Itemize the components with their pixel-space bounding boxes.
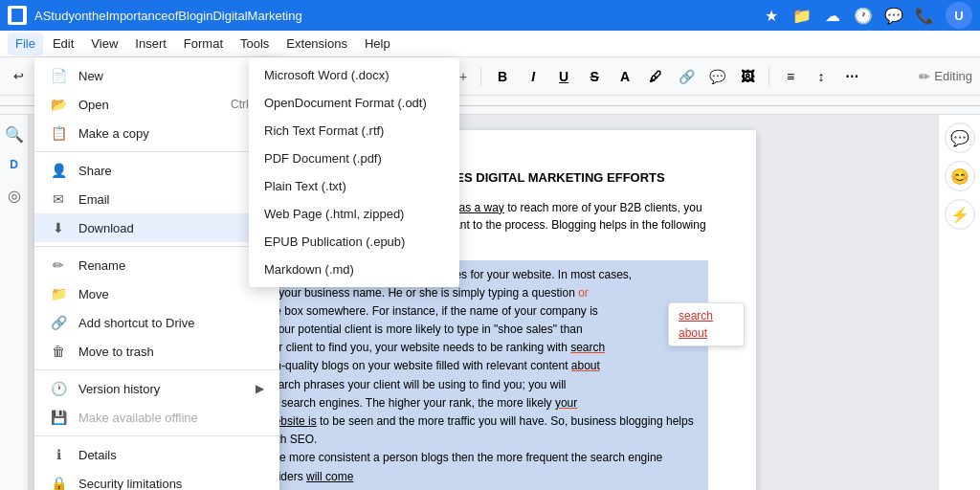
menu-item-add-shortcut[interactable]: 🔗 Add shortcut to Drive: [34, 308, 279, 337]
menu-item-security[interactable]: 🔒 Security limitations: [34, 469, 279, 490]
cloud-icon[interactable]: ☁: [823, 6, 842, 25]
title-icons: ★ 📁 ☁ 🕐 💬 📞 U: [762, 2, 972, 29]
move-label: Move: [78, 287, 264, 301]
download-rtf[interactable]: Rich Text Format (.rtf): [249, 117, 459, 145]
download-icon: ⬇: [50, 219, 67, 236]
sidebar-right: 💬 😊 ⚡: [938, 115, 980, 490]
pencil-icon: ✏: [919, 69, 930, 84]
trash-icon: 🗑: [50, 343, 67, 360]
rename-icon: ✏: [50, 256, 67, 274]
line-spacing-button[interactable]: ↕: [808, 63, 835, 90]
title-bar: AStudyontheImportanceofBloginDigitalMark…: [0, 0, 980, 31]
document-title: AStudyontheImportanceofBloginDigitalMark…: [34, 9, 762, 23]
call-icon[interactable]: 📞: [915, 6, 934, 25]
file-menu-dropdown: 📄 New ▶ 📂 Open Ctrl+O 📋 Make a copy 👤 Sh…: [34, 57, 279, 490]
folder-icon[interactable]: 📁: [792, 6, 812, 25]
nav-sidebar-btn[interactable]: D: [3, 153, 26, 176]
version-history-label: Version history: [78, 382, 244, 396]
menu-insert[interactable]: Insert: [127, 33, 174, 56]
new-label: New: [78, 69, 244, 83]
security-icon: 🔒: [50, 475, 67, 490]
bold-button[interactable]: B: [489, 63, 516, 90]
menu-item-new[interactable]: 📄 New ▶: [34, 61, 279, 90]
menu-view[interactable]: View: [83, 33, 125, 56]
search-sidebar-btn[interactable]: 🔍: [3, 122, 26, 145]
trash-label: Move to trash: [78, 345, 264, 359]
doc-icon: [8, 6, 27, 25]
separator-b: [34, 246, 279, 247]
comment-button[interactable]: 💬: [703, 63, 730, 90]
menu-extensions[interactable]: Extensions: [278, 33, 355, 56]
italic-button[interactable]: I: [520, 63, 546, 90]
menu-item-open[interactable]: 📂 Open Ctrl+O: [34, 90, 279, 119]
link-button[interactable]: 🔗: [673, 63, 700, 90]
download-docx[interactable]: Microsoft Word (.docx): [249, 61, 459, 89]
share-label: Share: [78, 164, 244, 178]
menu-help[interactable]: Help: [357, 33, 398, 56]
separator-d: [34, 435, 279, 436]
separator-6: [768, 67, 769, 86]
sidebar-left: 🔍 D ◎: [0, 115, 29, 490]
menu-item-email[interactable]: ✉ Email ▶: [34, 185, 279, 213]
download-pdf[interactable]: PDF Document (.pdf): [249, 145, 459, 172]
menu-item-download[interactable]: ⬇ Download ▶: [34, 213, 279, 242]
highlighted-section: ink about Fay the way a client searches …: [258, 260, 708, 491]
emoji-button[interactable]: 😊: [945, 161, 975, 191]
menu-tools[interactable]: Tools: [233, 33, 277, 56]
separator-c: [34, 369, 279, 370]
email-label: Email: [78, 192, 244, 207]
search-hint-panel: search about: [668, 302, 745, 346]
history-menu-icon: 🕐: [50, 380, 67, 397]
menu-item-trash[interactable]: 🗑 Move to trash: [34, 337, 279, 366]
menu-edit[interactable]: Edit: [45, 33, 81, 56]
undo-button[interactable]: ↩: [8, 65, 30, 87]
underline-button[interactable]: U: [550, 63, 577, 90]
strikethrough-button[interactable]: S: [581, 63, 608, 90]
star-icon[interactable]: ★: [762, 6, 781, 25]
image-button[interactable]: 🖼: [734, 63, 761, 90]
font-color-button[interactable]: A: [612, 63, 638, 90]
details-icon: ℹ: [50, 446, 67, 463]
editing-indicator: ✏ Editing: [919, 69, 972, 84]
align-button[interactable]: ≡: [777, 63, 804, 90]
download-html[interactable]: Web Page (.html, zipped): [249, 200, 459, 228]
menu-item-share[interactable]: 👤 Share ▶: [34, 156, 279, 185]
shortcut-icon: 🔗: [50, 314, 67, 331]
version-arrow: ▶: [256, 382, 264, 395]
menu-format[interactable]: Format: [176, 33, 231, 56]
menu-item-details[interactable]: ℹ Details: [34, 440, 279, 469]
menu-item-version-history[interactable]: 🕐 Version history ▶: [34, 374, 279, 403]
more-button[interactable]: ⋯: [838, 63, 865, 90]
security-label: Security limitations: [78, 477, 264, 491]
offline-icon: 💾: [50, 409, 67, 426]
menu-bar: File Edit View Insert Format Tools Exten…: [0, 31, 980, 57]
avatar[interactable]: U: [946, 2, 972, 29]
menu-item-move[interactable]: 📁 Move: [34, 279, 279, 308]
open-icon: 📂: [50, 96, 67, 113]
menu-item-copy[interactable]: 📋 Make a copy: [34, 119, 279, 147]
new-icon: 📄: [50, 67, 67, 84]
open-label: Open: [78, 98, 219, 112]
download-epub[interactable]: EPUB Publication (.epub): [249, 228, 459, 256]
details-label: Details: [78, 448, 264, 462]
rename-label: Rename: [78, 258, 264, 273]
search-hint-search: search: [679, 309, 734, 323]
separator-5: [480, 67, 481, 86]
share-icon: 👤: [50, 162, 67, 179]
email-icon: ✉: [50, 190, 67, 208]
download-odt[interactable]: OpenDocument Format (.odt): [249, 89, 459, 117]
comment-icon[interactable]: 💬: [884, 6, 903, 25]
offline-label: Make available offline: [78, 411, 264, 425]
menu-item-rename[interactable]: ✏ Rename: [34, 251, 279, 279]
history-icon[interactable]: 🕐: [854, 6, 873, 25]
highlight-button[interactable]: 🖊: [642, 63, 669, 90]
menu-file[interactable]: File: [8, 33, 43, 56]
copy-label: Make a copy: [78, 126, 264, 141]
menu-item-offline: 💾 Make available offline: [34, 403, 279, 432]
download-submenu: Microsoft Word (.docx) OpenDocument Form…: [249, 57, 459, 287]
lightning-button[interactable]: ⚡: [945, 199, 975, 230]
chat-button[interactable]: 💬: [945, 122, 975, 153]
explore-sidebar-btn[interactable]: ◎: [3, 184, 26, 207]
download-md[interactable]: Markdown (.md): [249, 256, 459, 283]
download-txt[interactable]: Plain Text (.txt): [249, 172, 459, 200]
